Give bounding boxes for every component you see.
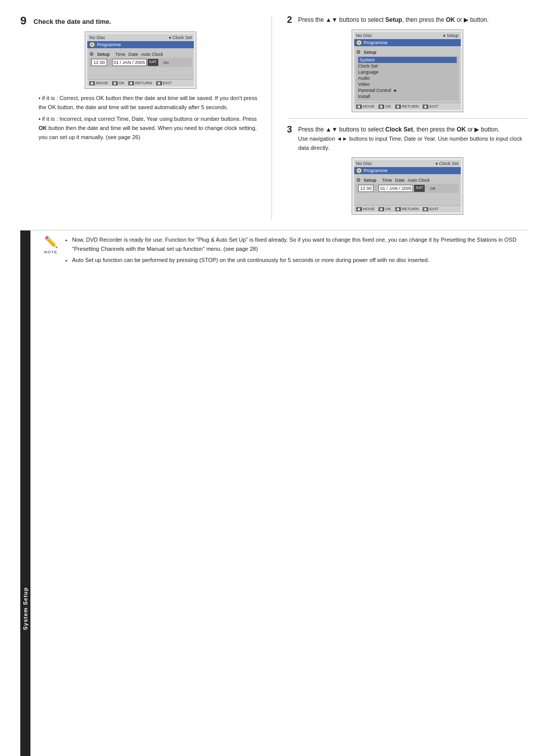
dvd-icon-3: 📀 [356,168,362,173]
step9-title: Check the date and time. [33,15,111,26]
setup-row: ⚙ Setup Time Date Auto Clock [89,50,192,58]
setup-label: Setup [97,52,112,57]
time-value-3: 12 00 [358,185,374,192]
col-date: Date [128,52,138,57]
col-time-3: Time [382,178,392,183]
dvd-icon: 📀 [89,42,95,47]
left-column: 9 Check the date and time. No Disc ♦ Clo… [20,15,272,220]
screen-content-3: ⚙ Setup Time Date Auto Clock 12 00 01 / … [354,174,461,205]
setup-label-2: Setup [364,50,379,55]
step2-header: 2 Press the ▲▼ buttons to select Setup, … [287,15,528,24]
step2-text: Press the ▲▼ buttons to select Setup, th… [298,15,528,24]
col-autoclock-3: Auto Clock [407,178,430,183]
ok-btn-2: ▣OK [379,104,391,109]
screen-top-bar: No Disc ♦ Clock Set [87,34,194,41]
day-badge: SAT [148,59,158,66]
step3-number: 3 [287,125,295,134]
return-btn-2: ▣RETURN [395,104,419,109]
exit-btn-3: ▣EXIT [423,207,438,211]
step2-number: 2 [287,15,295,24]
menu-item-system: System [358,57,457,63]
menu-item-parental: Parental Control ◄ [358,87,457,93]
screen-top-bar-2: No Disc ♦ Setup [354,32,461,39]
col-autoclock: Auto Clock [141,52,163,57]
time-date-row-3: 12 00 01 / JAN / 2005 SAT Off [356,184,459,193]
sidebar-wrapper: System Setup [20,231,36,756]
menu-item-install: Install [358,93,457,100]
move-btn-3: ▣MOVE [356,207,375,211]
move-btn: ▣MOVE [89,81,108,85]
menu-list-2: System Clock Set Language Audio Video Pa… [356,56,459,101]
top-section: 9 Check the date and time. No Disc ♦ Clo… [20,15,528,220]
screen-step9: No Disc ♦ Clock Set 📀 Programme ⚙ Setup … [85,31,196,89]
day-badge-3: SAT [414,185,425,192]
programme-label: Programme [97,42,121,47]
menu-item-video: Video [358,81,457,87]
note1-item2: Auto Set up function can be performed by… [72,256,528,265]
screen-bottom-bar: ▣MOVE ▣OK ▣RETURN ▣EXIT [87,79,194,86]
ok-btn-3: ▣OK [379,207,391,211]
time-date-row: 12 00 01 / JAN / 2005 SAT On [89,58,192,67]
note-icon-area: ✏️ NOTE [41,236,61,756]
disc-status: No Disc [89,35,106,40]
date-value-3: 01 / JAN / 2005 [379,185,413,192]
screen-bottom-bar-3: ▣MOVE ▣OK ▣RETURN ▣EXIT [354,205,461,212]
step9-header: 9 Check the date and time. [20,15,261,26]
setup-row-2: ⚙ Setup [356,48,459,56]
middle-wrapper: System Setup ✏️ NOTE Now, DVD Recorder i… [20,230,528,756]
divider-1 [287,118,528,119]
system-setup-label: System Setup [20,231,30,756]
screen-menu-bar-2: 📀 Programme [354,39,461,46]
step3-header: 3 Press the ▲▼ buttons to select Clock S… [287,125,528,152]
bullet2: if it is : Incorrect, input correct Time… [33,115,261,142]
pencil-icon: ✏️ [44,236,58,249]
screen-mode-3: ♦ Clock Set [435,161,459,166]
step3-text: Press the ▲▼ buttons to select Clock Set… [298,125,528,152]
dvd-icon-2: 📀 [356,40,362,45]
screen-bottom-bar-2: ▣MOVE ▣OK ▣RETURN ▣EXIT [354,103,461,110]
date-box: 01 / JAN / 2005 SAT [112,59,158,66]
page-container: 9 Check the date and time. No Disc ♦ Clo… [20,15,528,756]
step9-body: if it is : Correct, press OK button then… [20,94,261,142]
bullet1: if it is : Correct, press OK button then… [33,94,261,112]
exit-btn: ▣EXIT [156,81,172,85]
note-text-area: Now, DVD Recorder is ready for use. Func… [65,236,528,756]
setup-label-3: Setup [364,178,379,183]
return-btn-3: ▣RETURN [395,207,419,211]
exit-btn-2: ▣EXIT [423,104,438,109]
note1-item1: Now, DVD Recorder is ready for use. Func… [72,236,528,253]
programme-label-2: Programme [364,40,388,45]
screen-step2: No Disc ♦ Setup 📀 Programme ⚙ Setup Syst… [352,29,463,112]
autoclock-val: On [163,60,169,65]
menu-item-language: Language [358,69,457,75]
setup-row-3: ⚙ Setup Time Date Auto Clock [356,176,459,184]
screen-content-2: ⚙ Setup System Clock Set Language Audio … [354,46,461,103]
screen-content: ⚙ Setup Time Date Auto Clock 12 00 01 / … [87,48,194,79]
col-time: Time [115,52,125,57]
screen-top-bar-3: No Disc ♦ Clock Set [354,160,461,167]
screen-menu-bar: 📀 Programme [87,41,194,48]
date-box-3: 01 / JAN / 2005 SAT [379,185,425,192]
screen-step3: No Disc ♦ Clock Set 📀 Programme ⚙ Setup … [352,157,463,215]
date-value: 01 / JAN / 2005 [112,59,147,66]
move-btn-2: ▣MOVE [356,104,375,109]
screen-mode-2: ♦ Setup [443,33,459,38]
disc-status-2: No Disc [356,33,372,38]
ok-btn: ▣OK [112,81,125,85]
screen-menu-bar-3: 📀 Programme [354,167,461,174]
menu-item-audio: Audio [358,75,457,81]
time-value: 12 00 [91,59,107,66]
note-tag: NOTE [44,250,57,254]
step9-number: 9 [20,15,29,26]
menu-item-clockset: Clock Set [358,63,457,69]
col-date-3: Date [395,178,404,183]
disc-status-3: No Disc [356,161,372,166]
screen-mode: ♦ Clock Set [169,35,192,40]
return-btn: ▣RETURN [128,81,152,85]
note-section: ✏️ NOTE Now, DVD Recorder is ready for u… [41,231,528,756]
programme-label-3: Programme [364,168,388,173]
right-column: 2 Press the ▲▼ buttons to select Setup, … [287,15,528,220]
autoclock-val-3: Off [430,186,435,191]
